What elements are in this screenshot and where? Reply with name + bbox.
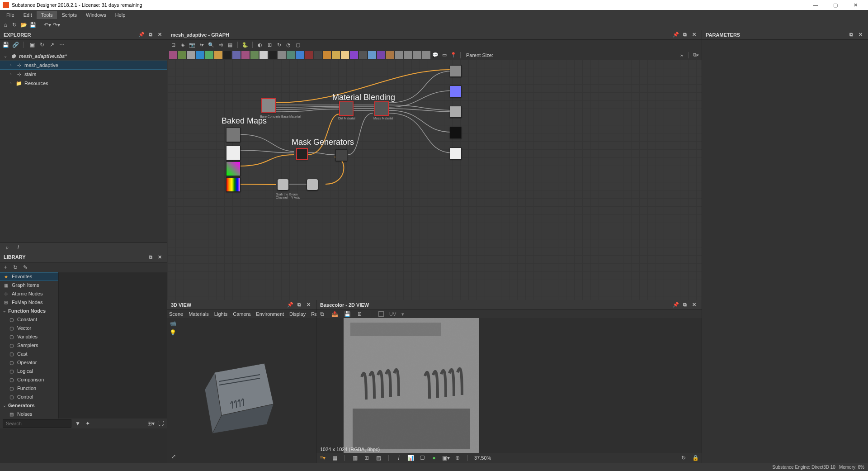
swatch-7[interactable] — [232, 51, 241, 59]
lib-item-function[interactable]: ▢Function — [0, 384, 58, 393]
node-dirt-material[interactable] — [339, 101, 354, 116]
maximize-button[interactable]: ▢ — [826, 0, 845, 10]
chevron-down-icon[interactable]: ▾ — [401, 311, 404, 317]
comment-icon[interactable]: 💬 — [431, 51, 439, 59]
close-panel-icon[interactable]: ✕ — [156, 31, 164, 39]
menu-scripts[interactable]: Scripts — [57, 11, 81, 19]
lib-item-variables[interactable]: ▢Variables — [0, 333, 58, 341]
swatch-11[interactable] — [269, 51, 277, 59]
node2-icon[interactable]: ⊞ — [265, 41, 274, 49]
swatch-0[interactable] — [169, 51, 177, 59]
home-icon[interactable]: ⌂ — [2, 21, 9, 29]
frame-icon[interactable]: ▭ — [440, 51, 448, 59]
more-icon[interactable]: » — [678, 51, 686, 59]
lib-item-samplers[interactable]: ▢Samplers — [0, 341, 58, 350]
close-panel-icon[interactable]: ✕ — [690, 301, 698, 309]
lib-cat-function-nodes[interactable]: ⌄Function Nodes — [0, 307, 58, 315]
popout-icon[interactable]: ⧉ — [146, 31, 155, 39]
node-mask-2[interactable] — [335, 149, 347, 161]
output-5[interactable] — [450, 147, 462, 159]
lib-item-vector[interactable]: ▢Vector — [0, 324, 58, 333]
expand-icon[interactable]: ⛶ — [157, 420, 165, 427]
node-base-material[interactable] — [261, 98, 276, 113]
axis-icon[interactable]: ⤢ — [170, 453, 177, 460]
swatch-5[interactable] — [214, 51, 222, 59]
circle-icon[interactable]: ● — [430, 454, 438, 461]
close-button[interactable]: ✕ — [845, 0, 865, 10]
flow-icon[interactable]: ⇉ — [217, 41, 225, 49]
swatch-21[interactable] — [359, 51, 367, 59]
export-icon[interactable]: 📤 — [331, 310, 338, 318]
output-4[interactable] — [450, 127, 462, 138]
node-baked-1[interactable] — [226, 128, 241, 142]
screen-icon[interactable]: 🖵 — [419, 454, 426, 461]
export-icon[interactable]: ↗ — [48, 41, 56, 48]
lib-item-cast[interactable]: ▢Cast — [0, 350, 58, 358]
swatch-2[interactable] — [187, 51, 195, 59]
pin-icon[interactable]: 📌 — [137, 31, 146, 39]
menu-tools[interactable]: Tools — [37, 11, 57, 19]
graph-canvas[interactable]: Baked Maps Mask Generators Material Blen… — [167, 60, 702, 300]
close-panel-icon[interactable]: ✕ — [690, 31, 698, 39]
lib-cat-graph-items[interactable]: ▦Graph Items — [0, 281, 58, 290]
crop-icon[interactable]: ▣▾ — [442, 454, 449, 461]
refresh-icon[interactable]: ↻ — [11, 21, 18, 29]
more-icon[interactable]: ⋯ — [58, 41, 66, 48]
swatch-9[interactable] — [250, 51, 259, 59]
tree-item-resources[interactable]: ›📁Resources — [0, 79, 167, 88]
popout-icon[interactable]: ⧉ — [681, 31, 689, 39]
swatch-3[interactable] — [196, 51, 204, 59]
chevron-down-icon[interactable]: ⌄ — [3, 54, 8, 58]
node-baked-4[interactable] — [226, 177, 241, 192]
lib-item-constant[interactable]: ▢Constant — [0, 315, 58, 324]
layers-icon[interactable]: ≡▾ — [319, 454, 326, 461]
swatch-19[interactable] — [341, 51, 349, 59]
chevron-right-icon[interactable]: › — [8, 63, 14, 67]
minimize-button[interactable]: — — [806, 0, 826, 10]
lib-item-logical[interactable]: ▢Logical — [0, 367, 58, 376]
camera-icon[interactable]: 📹 — [169, 320, 176, 327]
lib-cat-favorites[interactable]: ★Favorites — [0, 272, 58, 281]
lib-item-control[interactable]: ▢Control — [0, 393, 58, 401]
node-grab-2[interactable] — [307, 179, 318, 190]
undo-icon[interactable]: ↶▾ — [44, 21, 51, 29]
node1-icon[interactable]: ◐ — [256, 41, 264, 49]
save-icon[interactable]: 💾 — [2, 41, 9, 48]
swatch-4[interactable] — [205, 51, 213, 59]
node-baked-3[interactable] — [226, 162, 241, 176]
zoom-icon[interactable]: 🔍 — [207, 41, 215, 49]
fit-icon[interactable]: ⊡ — [169, 41, 177, 49]
popout-icon[interactable]: ⧉ — [681, 301, 689, 309]
alpha-icon[interactable]: ▨ — [375, 454, 382, 461]
node3-icon[interactable]: ↻ — [275, 41, 283, 49]
save-icon[interactable]: 💾 — [29, 21, 36, 29]
popout-icon[interactable]: ⧉ — [295, 301, 303, 309]
output-3[interactable] — [450, 106, 462, 118]
swatch-22[interactable] — [368, 51, 376, 59]
close-panel-icon[interactable]: ✕ — [856, 31, 864, 39]
lib-cat-atomic-nodes[interactable]: ⊹Atomic Nodes — [0, 290, 58, 298]
add-icon[interactable]: ＋ — [2, 264, 9, 271]
checker-icon[interactable]: ▦ — [331, 454, 338, 461]
python-icon[interactable]: 🐍 — [241, 41, 249, 49]
menu-file[interactable]: File — [2, 11, 19, 19]
snapshot-icon[interactable]: 📷 — [188, 41, 196, 49]
pin-icon[interactable]: 📍 — [449, 51, 458, 59]
swatch-13[interactable] — [287, 51, 295, 59]
info-icon[interactable]: i — [395, 454, 402, 461]
node-mask-1[interactable] — [296, 148, 308, 160]
lightbulb-icon[interactable]: 💡 — [169, 329, 176, 336]
info-icon[interactable]: 𝓲 — [3, 244, 10, 251]
swatch-28[interactable] — [422, 51, 430, 59]
menu-edit[interactable]: Edit — [19, 11, 37, 19]
pin-icon[interactable]: 📌 — [286, 301, 294, 309]
view3d-menu-materials[interactable]: Materials — [189, 311, 209, 317]
swatch-24[interactable] — [386, 51, 394, 59]
cube-icon[interactable]: ▣ — [28, 41, 36, 48]
lib-cat-generators[interactable]: ⌄Generators — [0, 401, 58, 410]
lib-item-noises[interactable]: ▨Noises — [0, 410, 58, 419]
info2-icon[interactable]: i — [14, 244, 22, 251]
lib-item-comparison[interactable]: ▢Comparison — [0, 376, 58, 384]
chevron-right-icon[interactable]: › — [8, 72, 14, 76]
popout-icon[interactable]: ⧉ — [847, 31, 855, 39]
